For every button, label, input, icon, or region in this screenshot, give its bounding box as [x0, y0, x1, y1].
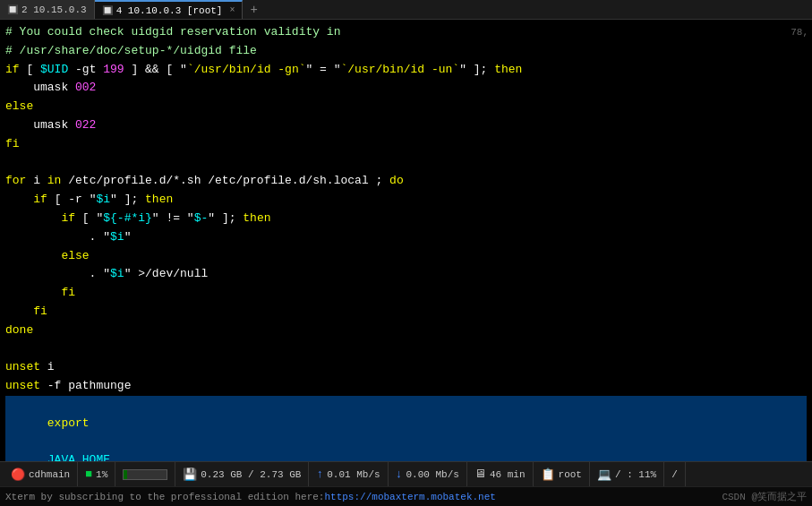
line3-then: then [494, 61, 522, 80]
line15-indent [5, 284, 61, 303]
line10-end: " ]; [110, 191, 145, 210]
disk-label: 0.23 GB / 2.73 GB [201, 469, 301, 480]
code-line-19: unset i [5, 358, 807, 377]
disk-usage-label: / : 11% [615, 469, 656, 480]
download-label: 0.00 Mb/s [406, 469, 459, 480]
line20-f: -f pathmunge [40, 377, 131, 396]
code-line-6: umask 022 [5, 116, 807, 135]
line17-done: done [5, 322, 33, 340]
code-line-7: fi [5, 135, 807, 154]
line12-close: " [124, 228, 132, 247]
line5-else: else [5, 98, 33, 116]
disk-usage-icon: 💻 [597, 467, 611, 482]
disk-icon: 💾 [183, 467, 197, 482]
line21-space [47, 435, 55, 449]
line3-gt: -gt [68, 61, 103, 80]
bottom-text: Xterm by subscribing to the professional… [5, 492, 324, 502]
line11-indent [5, 210, 61, 228]
code-line-4: umask 002 [5, 79, 807, 98]
memory-bar-fill [124, 470, 127, 479]
line19-unset: unset [5, 358, 40, 377]
line3-end: " ]; [459, 61, 494, 80]
code-line-18 [5, 340, 807, 359]
tab2-close-button[interactable]: × [229, 5, 235, 15]
line1-text: # You could check uidgid reservation val… [5, 23, 340, 42]
path-label: / [671, 469, 678, 480]
line3-backtick1: `/usr/bin/id -gn` [187, 61, 306, 80]
upload-label: 0.01 Mb/s [327, 469, 380, 480]
line19-i: i [40, 358, 55, 377]
code-line-14: . " $i " >/dev/null [5, 265, 807, 284]
line10-if: if [33, 191, 47, 210]
line11-if: if [61, 210, 75, 228]
tab1-label: 2 10.15.0.3 [21, 4, 87, 15]
code-line-5: else [5, 98, 807, 116]
line14-var: $i [110, 265, 124, 284]
line9-i: i [26, 172, 47, 191]
line3-eq: " = " [306, 61, 341, 80]
cpu-label: 1% [96, 469, 107, 480]
code-line-9: for i in /etc/profile.d/*.sh /etc/profil… [5, 172, 807, 191]
uptime-label: 46 min [490, 469, 526, 480]
code-line-11: if [ " ${-#*i} " != " $- " ]; then [5, 210, 807, 228]
user-icon: 📋 [541, 467, 555, 482]
status-cpu: ■ 1% [78, 462, 115, 486]
line9-in: in [47, 172, 62, 191]
tab2-label: 4 10.10.0.3 [root] [116, 5, 223, 16]
title-bar: 🔲 2 10.15.0.3 🔲 4 10.10.0.3 [root] × + [0, 0, 812, 20]
status-path: / [664, 462, 686, 486]
code-line-1: # You could check uidgid reservation val… [5, 23, 807, 42]
line11-open: [ " [75, 210, 103, 228]
code-line-8 [5, 154, 807, 173]
line11-var2: $- [194, 210, 209, 228]
line15-fi: fi [61, 284, 75, 303]
line11-neq: " != " [152, 210, 194, 228]
code-line-20: unset -f pathmunge [5, 377, 807, 396]
tab-2[interactable]: 🔲 4 10.10.0.3 [root] × [95, 0, 244, 19]
status-uptime: 🖥 46 min [467, 462, 534, 486]
status-session: 🔴 cdhmain [4, 462, 78, 486]
status-memory-bar [115, 462, 175, 486]
line11-var: ${-#*i} [103, 210, 152, 228]
code-line-3: if [ $UID -gt 199 ] && [ " `/usr/bin/id … [5, 61, 807, 80]
user-label: root [559, 469, 582, 480]
code-line-10: if [ -r " $i " ]; then [5, 191, 807, 210]
line2-text: # /usr/share/doc/setup-*/uidgid file [5, 42, 257, 61]
status-upload: ↑ 0.01 Mb/s [309, 462, 388, 486]
code-line-21: export JAVA_HOME =/usr/java/jdk1.8.0_171… [5, 396, 807, 461]
line14-rest: " >/dev/null [124, 265, 209, 284]
line20-unset: unset [5, 377, 40, 396]
line13-indent [5, 247, 61, 266]
line3-space1: [ [20, 61, 40, 80]
terminal-area[interactable]: # You could check uidgid reservation val… [0, 20, 812, 461]
line4-num: 002 [75, 79, 96, 98]
line11-then: then [243, 210, 270, 228]
line14-indent: . " [5, 265, 110, 284]
cpu-icon: ■ [85, 467, 92, 481]
bottom-bar: Xterm by subscribing to the professional… [0, 486, 812, 506]
line3-backtick2: `/usr/bin/id -un` [341, 61, 460, 80]
status-user: 📋 root [534, 462, 590, 486]
line3-uid: $UID [40, 61, 68, 80]
line3-and: ] && [ " [124, 61, 187, 80]
line21-var: JAVA_HOME [47, 453, 110, 461]
session-icon: 🔴 [11, 467, 25, 482]
status-disk-usage: 💻 / : 11% [590, 462, 664, 486]
line9-do: do [389, 172, 404, 191]
line11-close: " ]; [208, 210, 243, 228]
line9-for: for [5, 172, 26, 191]
line12-var: $i [110, 228, 124, 247]
line10-indent [5, 191, 33, 210]
mobatek-link[interactable]: https://mobaxterm.mobatek.net [324, 492, 495, 502]
line6-indent: umask [5, 116, 75, 135]
line9-paths: /etc/profile.d/*.sh /etc/profile.d/sh.lo… [61, 172, 389, 191]
download-icon: ↓ [396, 467, 403, 481]
code-line-13: else [5, 247, 807, 266]
tab-1[interactable]: 🔲 2 10.15.0.3 [0, 0, 95, 19]
watermark: CSDN @笑而据之平 [722, 490, 807, 503]
line3-if: if [5, 61, 20, 80]
code-line-12: . " $i " [5, 228, 807, 247]
line21-export: export [47, 416, 90, 430]
tab-add-button[interactable]: + [243, 3, 264, 17]
line10-then: then [145, 191, 173, 210]
